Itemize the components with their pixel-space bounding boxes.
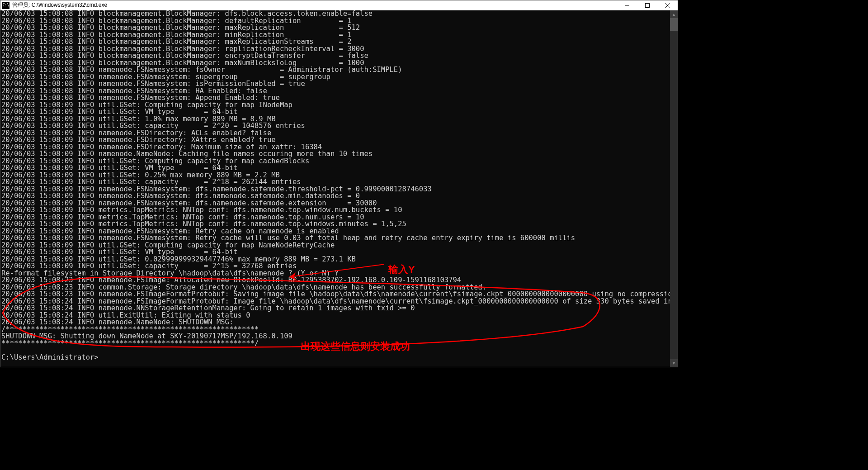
close-button[interactable]: [657, 0, 678, 10]
cmd-icon: C:\: [2, 2, 9, 9]
scroll-up-button[interactable]: ▲: [670, 10, 678, 18]
maximize-icon: [645, 3, 650, 8]
svg-rect-0: [645, 3, 649, 7]
window-controls: [617, 0, 678, 10]
maximize-button[interactable]: [637, 0, 657, 10]
console-area[interactable]: 20/06/03 15:08:08 INFO blockmanagement.B…: [0, 10, 678, 367]
scrollbar-track[interactable]: [670, 18, 678, 359]
scrollbar-thumb[interactable]: [670, 18, 678, 31]
minimize-icon: [625, 3, 629, 8]
titlebar[interactable]: C:\ 管理员: C:\Windows\system32\cmd.exe: [0, 0, 678, 10]
minimize-button[interactable]: [617, 0, 637, 10]
cmd-window: C:\ 管理员: C:\Windows\system32\cmd.exe 20/…: [0, 0, 678, 367]
scroll-down-button[interactable]: ▼: [670, 359, 678, 367]
window-title: 管理员: C:\Windows\system32\cmd.exe: [11, 1, 617, 9]
vertical-scrollbar[interactable]: ▲ ▼: [670, 10, 678, 367]
console-output: 20/06/03 15:08:08 INFO blockmanagement.B…: [0, 10, 678, 367]
close-icon: [665, 3, 670, 8]
